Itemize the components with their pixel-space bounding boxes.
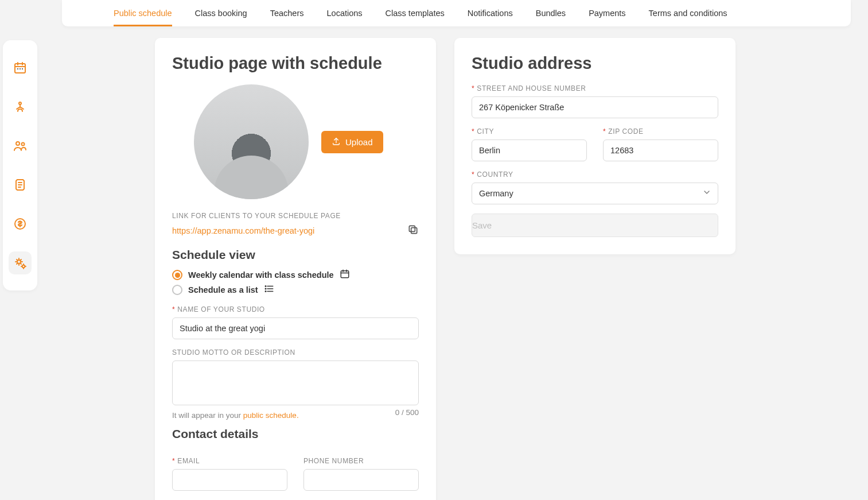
city-input[interactable] xyxy=(472,139,587,161)
calendar-icon xyxy=(340,269,350,281)
view-list-option[interactable]: Schedule as a list xyxy=(172,284,419,296)
city-label: *CITY xyxy=(472,127,587,135)
view-list-label: Schedule as a list xyxy=(188,285,258,294)
sidebar xyxy=(0,0,40,500)
nav-billing[interactable] xyxy=(9,212,32,235)
svg-point-15 xyxy=(265,291,266,292)
tab-class-templates[interactable]: Class templates xyxy=(386,0,445,26)
motto-label: STUDIO MOTTO OR DESCRIPTION xyxy=(172,348,419,356)
svg-rect-10 xyxy=(411,228,417,234)
tab-teachers[interactable]: Teachers xyxy=(270,0,304,26)
upload-button[interactable]: Upload xyxy=(321,131,383,153)
phone-label: PHONE NUMBER xyxy=(303,457,419,465)
copy-icon[interactable] xyxy=(407,224,419,238)
email-input[interactable] xyxy=(172,469,287,491)
tab-locations[interactable]: Locations xyxy=(327,0,363,26)
radio-on-icon xyxy=(172,270,182,280)
nav-people[interactable] xyxy=(9,134,32,157)
motto-textarea[interactable] xyxy=(172,361,419,405)
tab-terms[interactable]: Terms and conditions xyxy=(649,0,727,26)
tab-payments[interactable]: Payments xyxy=(589,0,625,26)
content-area: Studio page with schedule Upload LINK FO… xyxy=(155,38,851,500)
svg-point-1 xyxy=(17,68,18,69)
contact-title: Contact details xyxy=(172,427,419,441)
svg-point-5 xyxy=(16,142,20,145)
tab-bundles[interactable]: Bundles xyxy=(536,0,566,26)
address-title: Studio address xyxy=(472,54,718,73)
nav-settings[interactable] xyxy=(9,251,32,274)
public-schedule-link[interactable]: public schedule. xyxy=(243,411,299,420)
zip-label: *ZIP CODE xyxy=(603,127,718,135)
studio-name-label: *NAME OF YOUR STUDIO xyxy=(172,305,419,313)
studio-name-input[interactable] xyxy=(172,317,419,339)
studio-page-title: Studio page with schedule xyxy=(172,54,419,73)
nav-calendar[interactable] xyxy=(9,56,32,79)
street-input[interactable] xyxy=(472,96,718,118)
radio-off-icon xyxy=(172,285,182,295)
schedule-view-title: Schedule view xyxy=(172,248,419,262)
svg-point-6 xyxy=(22,143,25,146)
phone-input[interactable] xyxy=(303,469,419,491)
view-weekly-label: Weekly calendar with class schedule xyxy=(188,270,334,280)
studio-avatar xyxy=(194,84,309,199)
tabs-bar: Public schedule Class booking Teachers L… xyxy=(62,0,851,26)
email-label: *EMAIL xyxy=(172,457,287,465)
nav-classes[interactable] xyxy=(9,95,32,118)
view-weekly-option[interactable]: Weekly calendar with class schedule xyxy=(172,269,419,281)
svg-rect-12 xyxy=(341,271,349,278)
tab-notifications[interactable]: Notifications xyxy=(468,0,513,26)
schedule-link[interactable]: https://app.zenamu.com/the-great-yogi xyxy=(172,226,314,235)
link-label: LINK FOR CLIENTS TO YOUR SCHEDULE PAGE xyxy=(172,212,419,220)
zip-input[interactable] xyxy=(603,139,718,161)
sidebar-card xyxy=(3,40,37,290)
svg-point-2 xyxy=(20,68,21,69)
svg-point-3 xyxy=(22,68,23,69)
nav-notes[interactable] xyxy=(9,173,32,196)
studio-page-card: Studio page with schedule Upload LINK FO… xyxy=(155,38,436,500)
save-button[interactable]: Save xyxy=(472,214,718,237)
street-label: *STREET AND HOUSE NUMBER xyxy=(472,84,718,92)
svg-point-13 xyxy=(265,286,266,287)
svg-point-14 xyxy=(265,288,266,289)
country-select[interactable]: Germany xyxy=(472,183,718,204)
tab-public-schedule[interactable]: Public schedule xyxy=(114,0,172,26)
tab-class-booking[interactable]: Class booking xyxy=(195,0,247,26)
studio-address-card: Studio address *STREET AND HOUSE NUMBER … xyxy=(454,38,735,254)
upload-button-label: Upload xyxy=(345,137,373,147)
upload-icon xyxy=(332,137,341,148)
country-label: *COUNTRY xyxy=(472,170,718,179)
svg-rect-11 xyxy=(409,226,415,231)
list-icon xyxy=(264,284,274,296)
